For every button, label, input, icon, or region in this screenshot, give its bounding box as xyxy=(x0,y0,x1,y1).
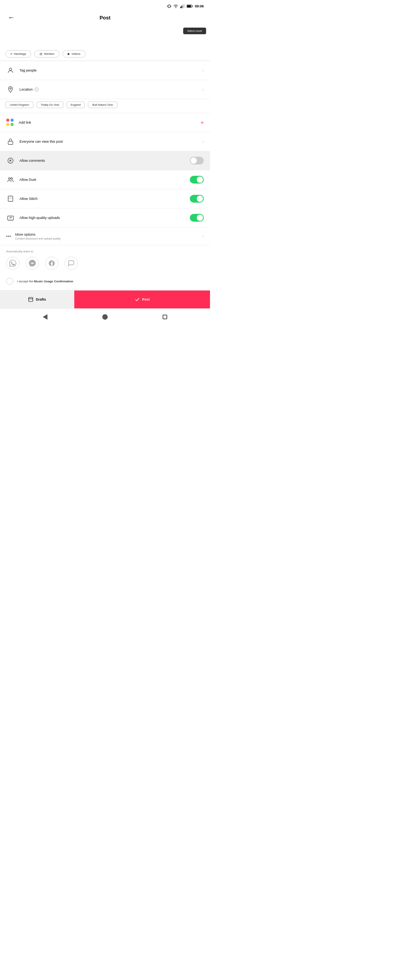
location-tag-viral[interactable]: Totally Go Viral xyxy=(37,102,63,108)
mention-chip[interactable]: @ Mention xyxy=(34,50,60,58)
drafts-button[interactable]: Drafts xyxy=(0,290,74,308)
allow-hq-label: Allow high-quality uploads xyxy=(19,216,190,220)
lock-icon xyxy=(6,137,15,146)
svg-rect-2 xyxy=(180,7,181,8)
svg-rect-17 xyxy=(8,216,14,220)
location-row[interactable]: Location i › xyxy=(0,80,210,99)
select-cover-button[interactable]: Select cover xyxy=(183,28,206,34)
allow-hq-row: Allow high-quality uploads xyxy=(0,208,210,228)
chevron-right-icon-3: › xyxy=(203,140,204,144)
back-button[interactable]: ← xyxy=(8,14,15,22)
dot-yellow xyxy=(6,123,9,126)
info-icon: i xyxy=(35,88,38,91)
android-nav-bar xyxy=(0,308,210,325)
svg-point-13 xyxy=(9,178,10,180)
duet-icon xyxy=(6,175,15,184)
vibrate-icon xyxy=(167,4,172,9)
whatsapp-share-button[interactable] xyxy=(6,257,19,270)
more-options-title: More options xyxy=(15,233,203,236)
battery-icon xyxy=(187,4,193,9)
location-tags-row: United Kingdom Totally Go Viral England … xyxy=(0,99,210,113)
location-tag-clinic[interactable]: Butt Naked Clinic xyxy=(88,102,117,108)
chevron-right-icon: › xyxy=(203,68,204,73)
status-bar: 09:06 xyxy=(0,0,210,11)
music-acceptance-text: I accept the Music Usage Confirmation xyxy=(17,280,74,283)
visibility-label: Everyone can view this post xyxy=(19,140,203,144)
more-options-icon: • • • xyxy=(6,234,10,238)
tag-people-row[interactable]: Tag people › xyxy=(0,61,210,80)
tag-people-label: Tag people xyxy=(19,68,203,72)
more-options-content: More options Content disclosure and uplo… xyxy=(15,233,203,240)
visibility-content: Everyone can view this post xyxy=(19,140,203,144)
hashtags-chip[interactable]: # Hashtags xyxy=(5,50,31,58)
svg-rect-15 xyxy=(8,196,13,201)
svg-point-8 xyxy=(9,68,12,70)
play-icon: ▶ xyxy=(68,52,70,56)
allow-hq-toggle[interactable] xyxy=(190,214,204,222)
allow-stitch-toggle[interactable] xyxy=(190,195,204,203)
add-link-row[interactable]: Add link + xyxy=(0,113,210,132)
page-title: Post xyxy=(100,15,110,21)
location-tag-england[interactable]: England xyxy=(66,102,85,108)
android-back-button[interactable] xyxy=(43,314,47,320)
dot-green xyxy=(10,123,14,126)
svg-point-9 xyxy=(10,88,11,89)
visibility-row[interactable]: Everyone can view this post › xyxy=(0,132,210,151)
sms-share-button[interactable] xyxy=(65,257,78,270)
share-icons-row xyxy=(6,257,204,270)
chevron-right-icon-4: › xyxy=(203,234,204,238)
share-section: Automatically share to: xyxy=(0,245,210,273)
allow-comments-toggle[interactable] xyxy=(190,157,204,164)
allow-duet-label: Allow Duet xyxy=(19,178,190,182)
location-content: Location i xyxy=(19,88,203,91)
allow-comments-row: Allow comments xyxy=(0,151,210,170)
tag-people-content: Tag people xyxy=(19,68,203,72)
status-icons: 09:06 xyxy=(167,4,204,9)
post-icon xyxy=(135,297,140,302)
music-bold-text: Music Usage Confirmation xyxy=(34,280,74,283)
plus-icon: + xyxy=(201,119,204,126)
chevron-right-icon-2: › xyxy=(203,88,204,92)
location-icon xyxy=(6,85,15,94)
share-label: Automatically share to: xyxy=(6,250,204,253)
svg-point-14 xyxy=(11,178,13,180)
messenger-share-button[interactable] xyxy=(26,257,39,270)
svg-rect-18 xyxy=(29,298,33,302)
videos-chip[interactable]: ▶ Videos xyxy=(63,50,86,58)
more-options-subtitle: Content disclosure and upload quality xyxy=(15,237,203,240)
comment-icon xyxy=(6,156,15,165)
facebook-share-button[interactable] xyxy=(45,257,58,270)
allow-stitch-row: Allow Stitch xyxy=(0,189,210,208)
svg-rect-0 xyxy=(168,5,170,8)
location-tag-uk[interactable]: United Kingdom xyxy=(5,102,33,108)
svg-rect-7 xyxy=(187,5,191,7)
android-recents-button[interactable] xyxy=(163,315,167,319)
allow-stitch-label: Allow Stitch xyxy=(19,197,190,201)
allow-duet-toggle[interactable] xyxy=(190,176,204,184)
music-acceptance-row: I accept the Music Usage Confirmation xyxy=(0,273,210,289)
allow-duet-row: Allow Duet xyxy=(0,170,210,189)
stitch-icon xyxy=(6,194,15,203)
person-icon xyxy=(6,66,15,75)
hashtag-icon: # xyxy=(10,52,12,56)
more-options-row[interactable]: • • • More options Content disclosure an… xyxy=(0,228,210,245)
hq-icon xyxy=(6,214,15,222)
dot-blue xyxy=(10,119,14,122)
video-area: Select cover xyxy=(0,26,210,47)
location-label: Location i xyxy=(19,88,203,91)
allow-comments-label: Allow comments xyxy=(19,159,190,163)
status-time: 09:06 xyxy=(195,4,204,8)
signal-icon xyxy=(180,4,185,9)
mention-icon: @ xyxy=(39,52,42,56)
svg-point-12 xyxy=(10,160,11,161)
tag-chips-row: # Hashtags @ Mention ▶ Videos xyxy=(0,47,210,61)
svg-rect-10 xyxy=(8,141,13,144)
bottom-buttons: Drafts Post xyxy=(0,290,210,308)
top-nav: ← Post xyxy=(0,11,210,26)
android-home-button[interactable] xyxy=(102,314,108,320)
music-radio-button[interactable] xyxy=(6,278,13,285)
svg-rect-4 xyxy=(182,5,183,8)
wifi-icon xyxy=(173,4,178,9)
post-button[interactable]: Post xyxy=(74,290,210,308)
svg-rect-5 xyxy=(184,4,184,8)
